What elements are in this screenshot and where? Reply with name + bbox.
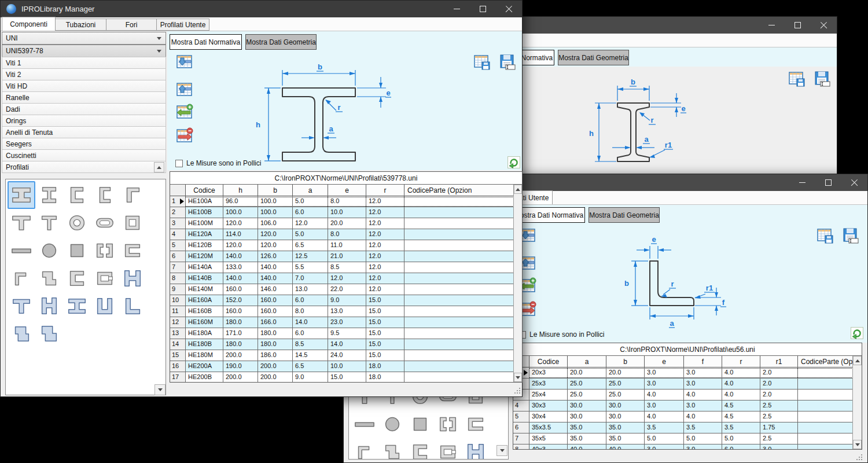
cell[interactable]: 25.0 xyxy=(568,379,606,389)
cell[interactable]: 15.0 xyxy=(328,372,366,383)
cell[interactable]: 190.0 xyxy=(223,361,258,372)
cell[interactable]: 5.0 xyxy=(684,433,722,444)
table-row[interactable]: 17HE200B200.0200.09.015.018.0 xyxy=(170,372,514,383)
cell[interactable] xyxy=(798,422,854,433)
cell[interactable]: 120.0 xyxy=(258,229,293,240)
cell[interactable]: HE180A xyxy=(186,328,223,339)
row-header[interactable]: 15 xyxy=(170,350,186,361)
cell[interactable]: 146.0 xyxy=(258,284,293,295)
cell[interactable]: 2.5 xyxy=(760,433,798,444)
row-header[interactable]: 4 xyxy=(170,229,186,240)
scroll-up-button[interactable] xyxy=(514,185,522,194)
column-header-e[interactable]: e xyxy=(328,185,366,196)
cell[interactable] xyxy=(404,306,514,317)
cell[interactable]: 13.0 xyxy=(293,284,328,295)
row-header[interactable]: 10 xyxy=(170,295,186,306)
cell[interactable] xyxy=(404,251,514,262)
table-scrollbar[interactable] xyxy=(513,185,522,382)
cell[interactable]: HE100A xyxy=(186,196,223,207)
cell[interactable]: HE120M xyxy=(186,251,223,262)
maximize-button[interactable] xyxy=(785,17,811,34)
row-header[interactable]: 1 xyxy=(170,196,186,207)
table-row[interactable]: 25x425.025.04.04.04.02.0 xyxy=(513,389,854,400)
cell[interactable]: 12.0 xyxy=(366,218,404,229)
cell[interactable]: 4.5 xyxy=(722,400,760,411)
cell[interactable]: 160.0 xyxy=(258,295,293,306)
cell[interactable] xyxy=(798,444,854,450)
cell[interactable]: 30.0 xyxy=(606,411,645,422)
cell[interactable]: 25x3 xyxy=(529,379,568,389)
cell[interactable] xyxy=(404,273,514,284)
profile-icon-oval-tube[interactable] xyxy=(91,209,119,237)
cell[interactable]: HE160M xyxy=(186,317,223,328)
cell[interactable] xyxy=(404,196,514,207)
cell[interactable]: 14.5 xyxy=(293,350,328,361)
cell[interactable]: 186.0 xyxy=(258,350,293,361)
cell[interactable]: 200.0 xyxy=(258,372,293,383)
close-button[interactable] xyxy=(496,1,522,17)
close-button[interactable] xyxy=(841,174,867,191)
table-row[interactable]: 840x340.040.03.03.06.03.0 xyxy=(513,444,854,450)
profile-icon-boxed-channel[interactable] xyxy=(434,438,462,460)
save-as-icon[interactable] xyxy=(814,71,832,88)
row-header[interactable]: 2 xyxy=(170,207,186,218)
cell[interactable]: 2.0 xyxy=(760,379,798,389)
inches-checkbox[interactable]: Le Misure sono in Pollici xyxy=(518,329,646,340)
cell[interactable]: 171.0 xyxy=(223,328,258,339)
profile-icon-angle-steel[interactable] xyxy=(119,292,146,320)
cell[interactable]: 3.0 xyxy=(645,400,684,411)
column-header-codice[interactable]: Codice xyxy=(186,185,223,196)
show-geometria-button[interactable]: Mostra Dati Geometria xyxy=(245,34,317,50)
row-header[interactable]: 6 xyxy=(170,251,186,262)
column-header-codice[interactable]: Codice xyxy=(529,356,568,368)
cell[interactable]: 160.0 xyxy=(223,284,258,295)
sidebar-item-viti-1[interactable]: Viti 1 xyxy=(2,57,166,69)
save-table-icon[interactable] xyxy=(788,71,806,88)
column-header-r[interactable]: r xyxy=(722,356,760,368)
cell[interactable] xyxy=(404,262,514,273)
cell[interactable]: 4.0 xyxy=(645,411,684,422)
cell[interactable]: 30x4 xyxy=(529,411,568,422)
sidebar-item-dadi[interactable]: Dadi xyxy=(2,103,166,115)
cell[interactable]: 35.0 xyxy=(606,433,645,444)
profile-icon-tee-steel[interactable] xyxy=(8,292,35,320)
checkbox-box[interactable] xyxy=(175,160,183,167)
cell[interactable]: 15.0 xyxy=(366,295,404,306)
cell[interactable]: 5.0 xyxy=(645,433,684,444)
cell[interactable]: HE200B xyxy=(186,372,223,383)
cell[interactable]: 10.0 xyxy=(328,361,366,372)
maximize-button[interactable] xyxy=(815,174,841,191)
table-row[interactable]: 12HE160M180.0166.014.023.015.0 xyxy=(170,317,514,328)
cell[interactable] xyxy=(798,379,854,389)
sidebar-item-seegers[interactable]: Seegers xyxy=(2,138,166,150)
profile-icon-channel[interactable] xyxy=(63,181,91,209)
cell[interactable]: 120.0 xyxy=(258,240,293,251)
row-header[interactable]: 14 xyxy=(170,339,186,350)
profile-icon-angle-top[interactable] xyxy=(119,181,146,209)
cell[interactable]: 35x3.5 xyxy=(529,422,568,433)
profile-icon-angle-small[interactable] xyxy=(8,264,35,292)
save-as-icon[interactable] xyxy=(499,54,517,71)
column-header-b[interactable]: b xyxy=(606,356,645,368)
table-row[interactable]: 9HE140M160.0146.013.022.012.0 xyxy=(170,284,514,295)
row-header[interactable]: 12 xyxy=(170,317,186,328)
cell[interactable]: 23.0 xyxy=(328,317,366,328)
profile-icon-i-beam-steel[interactable] xyxy=(63,292,91,320)
table-row[interactable]: 1HE100A96.0100.05.08.012.0 xyxy=(170,196,514,207)
row-header[interactable]: 6 xyxy=(513,422,529,433)
cell[interactable]: 35.0 xyxy=(568,422,606,433)
table-row[interactable]: 15HE180M200.0186.014.524.015.0 xyxy=(170,350,514,361)
cell[interactable]: 3.0 xyxy=(645,444,684,450)
save-table-icon[interactable] xyxy=(816,227,834,245)
table-row[interactable]: 635x3.535.035.03.53.53.51.75 xyxy=(513,422,854,433)
cell[interactable]: 3.0 xyxy=(760,444,798,450)
cell[interactable]: 18.0 xyxy=(366,361,404,372)
cell[interactable]: 126.0 xyxy=(258,251,293,262)
cell[interactable]: 3.5 xyxy=(645,422,684,433)
cell[interactable]: 15.0 xyxy=(366,328,404,339)
profile-icon-boxed-channel[interactable] xyxy=(91,264,119,292)
tab-profilati-utente[interactable]: Profilati Utente xyxy=(156,19,209,31)
cell[interactable]: HE200A xyxy=(186,361,223,372)
cell[interactable]: 6.5 xyxy=(293,240,328,251)
cell[interactable]: 8.0 xyxy=(328,196,366,207)
